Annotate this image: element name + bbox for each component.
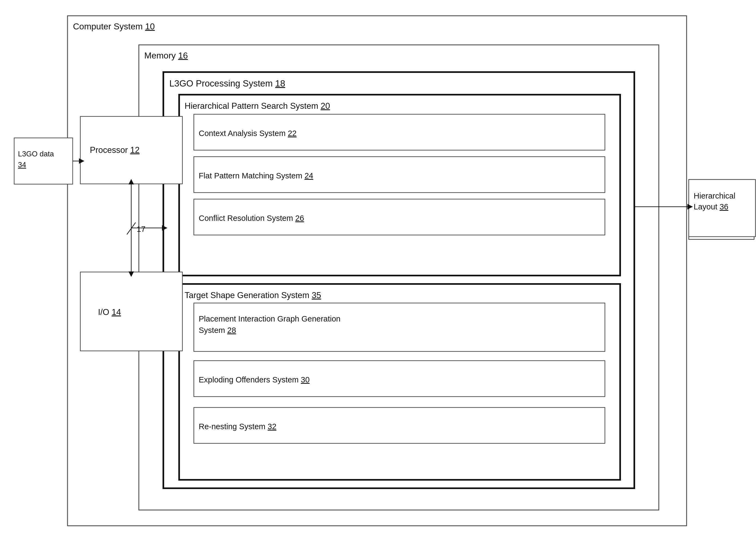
svg-text:34: 34 [19,162,26,170]
svg-text:Target Shape Generation System: Target Shape Generation System 35 [185,290,321,300]
svg-marker-34 [81,159,87,164]
svg-line-40 [128,226,136,237]
svg-text:Context Analysis System 22: Context Analysis System 22 [199,129,296,138]
svg-text:Hierarchical Pattern Search Sy: Hierarchical Pattern Search System 20 [185,101,330,111]
svg-rect-62 [194,303,605,351]
svg-rect-50 [163,72,634,488]
svg-rect-69 [80,116,182,184]
svg-marker-43 [165,226,170,231]
svg-rect-25 [82,272,182,348]
svg-text:I/O 14: I/O 14 [98,307,121,317]
svg-text:System 28: System 28 [199,326,236,334]
svg-text:Conflict Resolution System 26: Conflict Resolution System 26 [201,216,303,224]
svg-text:L3GO Processing System 18: L3GO Processing System 18 [169,78,285,88]
svg-rect-8 [196,114,604,150]
svg-rect-73 [14,138,73,184]
svg-text:Hierarchical: Hierarchical [694,192,734,200]
svg-rect-10 [196,158,604,193]
svg-text:Re-nesting System 32: Re-nesting System 32 [201,420,276,428]
svg-rect-58 [194,199,605,235]
svg-marker-82 [128,179,134,185]
svg-marker-80 [79,158,84,164]
diagram: Computer System 10 Memory 16 L3GO Proces… [0,0,756,547]
svg-rect-71 [80,272,182,351]
svg-text:Placement Interaction Graph Ge: Placement Interaction Graph Generation [199,314,341,323]
svg-rect-52 [179,95,620,275]
svg-rect-16 [196,302,604,349]
svg-text:Computer System 10: Computer System 10 [73,22,155,31]
svg-text:L3GO data: L3GO data [18,150,54,158]
svg-rect-23 [82,117,182,182]
svg-text:Layout 36: Layout 36 [694,202,728,211]
svg-rect-27 [15,139,72,184]
svg-marker-36 [81,159,86,164]
svg-text:Hierarchical: Hierarchical [694,192,735,200]
svg-text:Layout 36: Layout 36 [694,202,727,211]
svg-rect-56 [194,157,605,193]
svg-text:34: 34 [18,161,26,169]
svg-marker-45 [688,204,693,210]
svg-text:Memory 16: Memory 16 [144,51,188,60]
svg-text:Exploding Offenders System 30: Exploding Offenders System 30 [199,375,310,384]
svg-rect-46 [68,16,687,526]
svg-text:L3GO Processing System 18: L3GO Processing System 18 [172,79,284,89]
svg-rect-54 [194,114,605,150]
svg-text:Target Shape Generation System: Target Shape Generation System 35 [188,289,320,298]
svg-rect-67 [194,407,605,443]
svg-rect-19 [196,359,604,394]
svg-text:17: 17 [137,225,145,234]
svg-rect-30 [689,180,754,240]
svg-text:Flat Pattern Matching System 2: Flat Pattern Matching System 24 [201,172,312,181]
svg-text:Processor 12: Processor 12 [93,146,141,155]
svg-rect-14 [182,283,618,473]
svg-rect-60 [179,284,620,480]
svg-marker-39 [129,272,135,277]
svg-text:Exploding Offenders System 30: Exploding Offenders System 30 [201,373,308,382]
svg-text:Flat Pattern Matching System 2: Flat Pattern Matching System 24 [199,171,313,180]
svg-marker-38 [129,177,135,183]
svg-text:Context Analysis System 22: Context Analysis System 22 [201,129,296,137]
svg-rect-4 [166,73,634,484]
svg-rect-48 [139,45,659,510]
svg-rect-6 [182,97,618,274]
svg-text:17: 17 [137,227,146,236]
svg-text:I/O 14: I/O 14 [98,307,120,316]
svg-text:Memory 16: Memory 16 [147,51,188,60]
svg-rect-12 [196,201,604,237]
svg-text:Placement Interaction Graph Ge: Placement Interaction Graph Generation [201,313,338,322]
svg-rect-21 [196,405,604,441]
main-svg: Computer System 10 Memory 16 L3GO Proces… [0,0,756,547]
svg-text:System 28: System 28 [201,324,237,333]
svg-text:L3GO data: L3GO data [19,151,53,159]
svg-text:Conflict Resolution System 26: Conflict Resolution System 26 [199,214,304,223]
svg-text:Computer System 10: Computer System 10 [74,21,150,30]
svg-marker-83 [128,272,134,277]
arrows-svg: Computer System 10 Memory 16 L3GO Proces… [0,0,756,547]
svg-rect-0 [68,16,686,525]
svg-rect-76 [689,180,755,237]
svg-rect-65 [194,361,605,396]
svg-text:Processor 12: Processor 12 [90,145,140,155]
svg-rect-2 [142,46,659,509]
svg-marker-89 [687,204,693,210]
svg-marker-87 [162,225,167,231]
svg-text:Hierarchical Pattern Search Sy: Hierarchical Pattern Search System 20 [188,102,329,111]
svg-line-84 [127,223,136,235]
svg-text:Re-nesting System 32: Re-nesting System 32 [199,422,276,431]
